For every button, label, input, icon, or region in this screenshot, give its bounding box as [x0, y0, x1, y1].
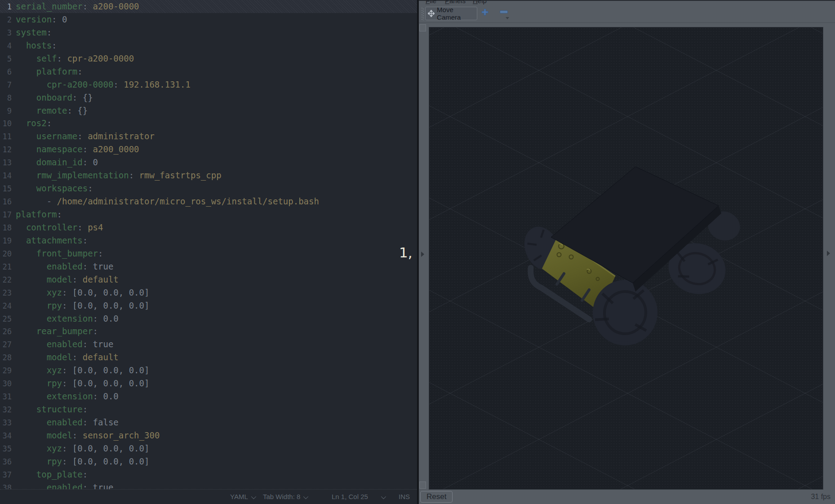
line-number: 8: [0, 92, 16, 105]
collapsed-displays-panel[interactable]: [419, 23, 429, 491]
line-number: 25: [0, 313, 16, 326]
code-line: 31 extension: 0.0: [0, 390, 417, 403]
menu-help[interactable]: Help: [473, 1, 487, 4]
code-line: 20 front_bumper:: [0, 247, 417, 260]
line-number: 18: [0, 221, 16, 234]
chevron-down-icon: [251, 494, 256, 499]
move-arrows-icon: [428, 10, 435, 17]
code-line: 22 model: default: [0, 273, 417, 286]
code-line: 17platform:: [0, 208, 417, 221]
code-line: 4 hosts:: [0, 39, 417, 52]
line-number: 30: [0, 377, 16, 390]
line-number: 3: [0, 27, 16, 40]
code-line: 21 enabled: true: [0, 260, 417, 273]
code-line: 26 rear_bumper:: [0, 325, 417, 338]
line-number: 26: [0, 325, 16, 338]
line-number: 7: [0, 79, 16, 92]
code-line: 27 enabled: true: [0, 338, 417, 351]
line-number: 4: [0, 40, 16, 53]
code-line: 11 username: administrator: [0, 130, 417, 143]
code-line: 14 rmw_implementation: rmw_fastrtps_cpp: [0, 169, 417, 182]
line-number: 22: [0, 274, 16, 287]
line-number: 29: [0, 364, 16, 377]
panel-corner-button[interactable]: [419, 24, 426, 31]
line-number: 10: [0, 117, 16, 130]
line-number: 21: [0, 261, 16, 274]
code-line: 35 xyz: [0.0, 0.0, 0.0]: [0, 442, 417, 455]
reset-button[interactable]: Reset: [420, 491, 453, 503]
menu-panels[interactable]: Panels: [445, 1, 466, 4]
code-line: 38 enabled: true: [0, 481, 417, 490]
code-line: 6 platform:: [0, 65, 417, 78]
code-line: 12 namespace: a200_0000: [0, 143, 417, 156]
line-number: 23: [0, 287, 16, 300]
line-number: 37: [0, 469, 16, 482]
code-line: 24 rpy: [0.0, 0.0, 0.0]: [0, 299, 417, 312]
editor-status-bar: YAML Tab Width: 8 Ln 1, Col 25 INS: [0, 489, 417, 504]
code-line: 8 onboard: {}: [0, 91, 417, 104]
code-line: 15 workspaces:: [0, 182, 417, 195]
chevron-down-icon: [303, 494, 308, 499]
chevron-down-icon: [381, 494, 386, 499]
3d-viewport[interactable]: [429, 27, 823, 490]
line-number: 16: [0, 195, 16, 208]
line-number: 36: [0, 455, 16, 469]
insert-mode-indicator: INS: [399, 493, 410, 500]
remove-tool-button minus-icon[interactable]: [500, 10, 508, 13]
line-number: 20: [0, 248, 16, 261]
code-line: 19 attachments:: [0, 234, 417, 247]
code-line: 32 structure:: [0, 403, 417, 416]
line-number: 38: [0, 482, 16, 490]
line-number: 14: [0, 169, 16, 182]
code-line: 25 extension: 0.0: [0, 312, 417, 325]
toolbar-dropdown-arrow-icon[interactable]: [506, 17, 509, 19]
code-line: 33 enabled: false: [0, 416, 417, 429]
line-number: 24: [0, 300, 16, 313]
line-number: 33: [0, 416, 16, 429]
rviz-window: File Panels Help Move Camera: [419, 0, 835, 504]
line-number: 5: [0, 53, 16, 66]
line-number: 28: [0, 351, 16, 364]
rviz-toolbar: Move Camera: [419, 5, 835, 23]
code-line: 7 cpr-a200-0000: 192.168.131.1: [0, 78, 417, 91]
collapsed-views-panel[interactable]: [823, 23, 835, 491]
line-number: 34: [0, 429, 16, 442]
code-line: 5 self: cpr-a200-0000: [0, 52, 417, 65]
code-line: 36 rpy: [0.0, 0.0, 0.0]: [0, 455, 417, 468]
statusbar-dropdown[interactable]: [381, 493, 385, 500]
code-line: 3system:: [0, 26, 417, 39]
expand-panel-arrow-icon[interactable]: [827, 251, 830, 256]
code-line: 18 controller: ps4: [0, 221, 417, 234]
menu-file[interactable]: File: [426, 1, 436, 4]
language-selector[interactable]: YAML: [230, 493, 255, 500]
line-number: 17: [0, 208, 16, 221]
code-editor[interactable]: 1serial_number: a200-00002version: 03sys…: [0, 0, 417, 490]
line-number: 9: [0, 105, 16, 118]
code-line: 37 top_plate:: [0, 468, 417, 481]
line-number: 2: [0, 13, 16, 27]
line-number: 13: [0, 156, 16, 169]
code-line: 30 rpy: [0.0, 0.0, 0.0]: [0, 377, 417, 390]
move-camera-button[interactable]: Move Camera: [425, 7, 477, 20]
toolbar-drag-handle[interactable]: [422, 8, 424, 20]
code-line: 23 xyz: [0.0, 0.0, 0.0]: [0, 286, 417, 299]
panel-corner-button[interactable]: [419, 482, 426, 489]
text-editor-window: 1serial_number: a200-00002version: 03sys…: [0, 0, 418, 504]
rviz-menu-bar: File Panels Help: [419, 1, 835, 5]
rviz-main-area: [419, 23, 835, 491]
line-number: 19: [0, 234, 16, 248]
line-number: 6: [0, 66, 16, 79]
move-camera-label: Move Camera: [437, 6, 477, 21]
add-tool-button plus-icon[interactable]: [481, 8, 489, 16]
line-number: 27: [0, 338, 16, 351]
overlay-text: 1,: [399, 244, 413, 261]
tab-width-selector[interactable]: Tab Width: 8: [263, 493, 307, 500]
line-number: 15: [0, 182, 16, 195]
husky-robot-model: [518, 167, 744, 349]
cursor-position: Ln 1, Col 25: [332, 493, 368, 500]
expand-panel-arrow-icon[interactable]: [421, 252, 424, 257]
line-number: 1: [0, 0, 16, 13]
line-number: 12: [0, 143, 16, 156]
line-number: 31: [0, 390, 16, 403]
code-line: 29 xyz: [0.0, 0.0, 0.0]: [0, 364, 417, 377]
